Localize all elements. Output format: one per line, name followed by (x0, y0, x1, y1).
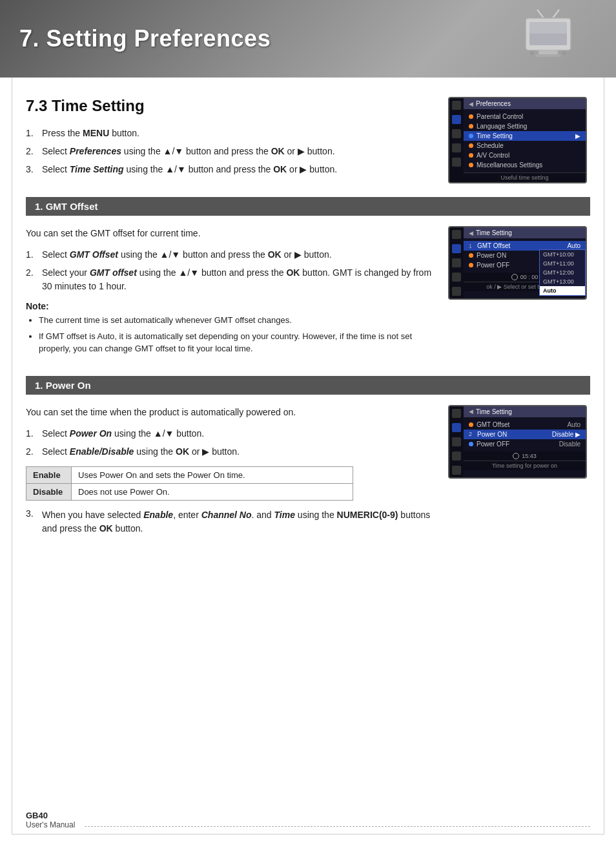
gmt-intro: You can set the GMT offset for current t… (26, 226, 435, 240)
svg-line-0 (537, 10, 544, 18)
gmt-steps: 1. Select GMT Offset using the ▲/▼ butto… (26, 248, 435, 293)
menu-item-parental: Parental Control (464, 112, 586, 121)
svg-rect-4 (529, 22, 567, 34)
power-on-screen-mock: ◀ Time Setting GMT Offset Auto 2 P (448, 405, 587, 479)
menu-item-language: Language Setting (464, 121, 586, 131)
step3-num: 3. (26, 508, 42, 519)
power-on-block: You can set the time when the product is… (26, 405, 590, 535)
gmt-section-bar: 1. GMT Offset (26, 197, 590, 216)
power-on-section-bar: 1. Power On (26, 376, 590, 395)
screen-power-main: ◀ Time Setting GMT Offset Auto 2 P (464, 406, 586, 477)
screen-icons-gmt (449, 227, 464, 298)
screen-title-bar-gmt: ◀ Time Setting (464, 227, 586, 238)
screen-body-power: GMT Offset Auto 2 Power ON Disable ▶ Pow… (464, 417, 586, 452)
screen-gmt-main: ◀ Time Setting 1 GMT Offset Auto P (464, 227, 586, 298)
page-title: 7. Setting Preferences (19, 25, 271, 52)
section-73-screen: ◀ Preferences Parental Control Language … (448, 97, 590, 183)
icon-1 (452, 101, 461, 110)
power-row-off: Power OFF Disable (464, 439, 586, 449)
power-row-on: 2 Power ON Disable ▶ (464, 430, 586, 439)
screen-sidebar-power: ◀ Time Setting GMT Offset Auto 2 P (449, 406, 586, 477)
screen-icons-power (449, 406, 464, 477)
section-73-title: 7.3 Time Setting (26, 97, 435, 115)
table-row-disable: Disable Does not use Power On. (26, 484, 353, 501)
dot-schedule (469, 143, 473, 148)
dot-poweron (469, 253, 473, 258)
icon-p3 (452, 437, 461, 446)
dot-language (469, 124, 473, 129)
clock-icon-power (513, 453, 519, 459)
menu-item-av: A/V Control (464, 151, 586, 160)
dot-gmt-p (469, 422, 473, 427)
step-2: 2. Select Preferences using the ▲/▼ butt… (26, 145, 435, 158)
svg-rect-6 (535, 54, 561, 57)
screen-sidebar-gmt: ◀ Time Setting 1 GMT Offset Auto P (449, 227, 586, 298)
screen-menu: ◀ Preferences Parental Control Language … (464, 98, 586, 182)
main-content: 7.3 Time Setting 1. Press the MENU butto… (0, 78, 616, 568)
footer-dashes (85, 826, 590, 827)
icon-p1 (452, 409, 461, 418)
svg-point-7 (530, 51, 534, 55)
page-footer: GB40 User's Manual (26, 810, 590, 829)
gmt-block: You can set the GMT offset for current t… (26, 226, 590, 363)
icon-p4 (452, 452, 461, 461)
icon-5 (452, 158, 461, 167)
icon-4 (452, 143, 461, 152)
page-border-left (12, 6, 12, 835)
note-1: The current time is set automatically wh… (39, 314, 435, 327)
screen-title-bar-power: ◀ Time Setting (464, 406, 586, 417)
svg-rect-5 (539, 50, 558, 54)
gmt-left: You can set the GMT offset for current t… (26, 226, 435, 363)
svg-line-1 (553, 10, 559, 18)
footer-text-block: GB40 User's Manual (26, 810, 75, 829)
power-on-steps: 1. Select Power On using the ▲/▼ button.… (26, 427, 435, 459)
screen-footer-prefs: Useful time setting (464, 172, 586, 182)
dot-poweroff-p (469, 442, 473, 446)
page-header: 7. Setting Preferences (0, 0, 616, 78)
footer-sub: User's Manual (26, 820, 75, 829)
gmt-popup: GMT+10:00 GMT+11:00 GMT+12:00 GMT+13:00 … (539, 249, 586, 296)
power-step-1: 1. Select Power On using the ▲/▼ button. (26, 427, 435, 441)
table-row-enable: Enable Uses Power On and sets the Power … (26, 467, 353, 484)
preferences-screen: ◀ Preferences Parental Control Language … (448, 97, 587, 183)
icon-g5 (452, 287, 461, 296)
gmt-note: Note: The current time is set automatica… (26, 301, 435, 355)
screen-body-gmt: 1 GMT Offset Auto Power ON GMT+10:00 (464, 238, 586, 273)
step-3: 3. Select Time Setting using the ▲/▼ but… (26, 163, 435, 176)
screen-title-bar: ◀ Preferences (464, 98, 586, 109)
dot-time (469, 134, 473, 138)
menu-item-misc: Miscellaneous Settings (464, 160, 586, 170)
screen-time-power: 15:43 (464, 452, 586, 461)
power-on-intro: You can set the time when the product is… (26, 405, 435, 419)
icon-2 (452, 115, 461, 124)
section-73-block: 7.3 Time Setting 1. Press the MENU butto… (26, 97, 590, 184)
step3-text: When you have selected Enable, enter Cha… (42, 508, 435, 535)
power-on-screen: ◀ Time Setting GMT Offset Auto 2 P (448, 405, 590, 479)
page-border-bottom (12, 834, 604, 835)
section-73-left: 7.3 Time Setting 1. Press the MENU butto… (26, 97, 435, 184)
icon-g4 (452, 273, 461, 282)
tv-icon (519, 6, 577, 65)
icon-g1 (452, 230, 461, 239)
enable-value: Uses Power On and sets the Power On time… (72, 467, 353, 484)
dot-misc (469, 163, 473, 167)
screen-sidebar: ◀ Preferences Parental Control Language … (449, 98, 586, 182)
power-row-gmt: GMT Offset Auto (464, 420, 586, 430)
section-73-steps: 1. Press the MENU button. 2. Select Pref… (26, 127, 435, 176)
icon-g3 (452, 258, 461, 267)
icon-p2 (452, 423, 461, 432)
note-list: The current time is set automatically wh… (26, 314, 435, 355)
menu-item-time: Time Setting ▶ (464, 131, 586, 141)
page-border-right (604, 6, 604, 835)
dot-poweroff (469, 263, 473, 267)
icon-3 (452, 129, 461, 138)
note-label: Note: (26, 301, 49, 311)
enable-key: Enable (26, 467, 72, 484)
enable-disable-table: Enable Uses Power On and sets the Power … (26, 466, 353, 501)
dot-av (469, 153, 473, 158)
footer-gb: GB40 (26, 811, 48, 820)
menu-item-schedule: Schedule (464, 141, 586, 151)
svg-point-8 (562, 51, 566, 55)
screen-body: Parental Control Language Setting Time S… (464, 109, 586, 172)
gmt-step-2: 2. Select your GMT offset using the ▲/▼ … (26, 266, 435, 293)
